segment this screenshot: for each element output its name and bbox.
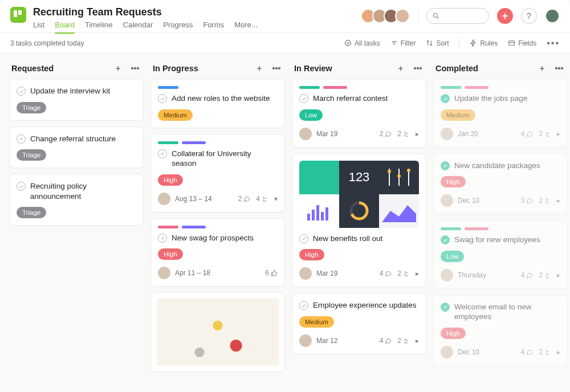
fields-label: Fields (518, 39, 536, 47)
task-card[interactable]: Update the interview kit Triage (9, 79, 144, 121)
svg-point-2 (345, 40, 351, 46)
global-add-button[interactable]: + (497, 8, 513, 24)
complete-toggle[interactable] (441, 161, 450, 170)
board: Requested + ••• Update the interview kit… (0, 54, 570, 392)
column-in-progress: In Progress + ••• Add new roles to the w… (150, 62, 285, 384)
tab-progress[interactable]: Progress (163, 21, 193, 34)
due-date: Mar 19 (316, 130, 337, 138)
custom-field-pill (465, 227, 488, 230)
custom-field-pill (158, 141, 178, 144)
members-avatar-stack[interactable] (364, 9, 410, 23)
fields-icon (508, 39, 515, 47)
column-more-button[interactable]: ••• (270, 64, 283, 73)
task-title: New candidate packages (454, 161, 540, 171)
task-card[interactable]: Swag for new employees Low Thursday 4 2 … (433, 220, 568, 289)
due-date: Mar 12 (316, 337, 337, 345)
column-more-button[interactable]: ••• (412, 64, 424, 73)
project-tabs: List Board Timeline Calendar Progress Fo… (33, 21, 258, 34)
assignee-avatar (158, 267, 170, 279)
add-task-button[interactable]: + (536, 64, 548, 73)
task-card[interactable]: Employee experience updates Medium Mar 1… (292, 293, 426, 354)
custom-field-pill (182, 141, 206, 144)
task-card[interactable] (150, 292, 285, 372)
arrow-right-icon: ▸ (416, 270, 419, 277)
task-card[interactable]: New swag for prospects High Apr 11 – 18 … (150, 218, 285, 287)
task-card[interactable]: Add new roles to the website Medium (150, 79, 285, 128)
column-title: In Review (294, 64, 332, 73)
all-tasks-button[interactable]: All tasks (344, 39, 380, 47)
column-title: In Progress (153, 64, 198, 73)
current-user-avatar[interactable] (545, 9, 560, 23)
rules-button[interactable]: Rules (470, 39, 498, 47)
column-header: In Progress + ••• (150, 62, 285, 79)
priority-tag: Triage (17, 207, 46, 218)
complete-toggle[interactable] (158, 234, 167, 243)
complete-toggle[interactable] (17, 87, 26, 96)
task-card[interactable]: Change referral structure Triage (9, 126, 144, 169)
assignee-avatar (441, 194, 453, 207)
task-card[interactable]: Collateral for University season High Au… (150, 134, 285, 213)
tab-more[interactable]: More... (234, 21, 257, 34)
task-card[interactable]: Welcome email to new employees High Dec … (433, 295, 568, 366)
priority-tag: Medium (299, 316, 334, 328)
sort-icon (426, 39, 433, 47)
filter-label: Filter (401, 39, 416, 47)
tab-forms[interactable]: Forms (203, 21, 224, 34)
subtask-count: 2 (397, 337, 410, 345)
complete-toggle[interactable] (299, 234, 308, 243)
arrow-right-icon: ▸ (416, 337, 419, 345)
tab-list[interactable]: List (33, 21, 44, 34)
tab-board[interactable]: Board (55, 21, 75, 34)
sort-button[interactable]: Sort (426, 39, 449, 47)
task-card[interactable]: Recruiting policy announcement Triage (9, 174, 144, 226)
task-title: Employee experience updates (313, 300, 417, 311)
fields-button[interactable]: Fields (508, 39, 536, 47)
priority-tag: High (441, 328, 466, 339)
project-title-block: Recruiting Team Requests List Board Time… (33, 6, 258, 34)
priority-tag: Triage (17, 149, 46, 161)
comment-count: 3 (521, 197, 534, 205)
help-button[interactable]: ? (521, 8, 537, 24)
add-task-button[interactable]: + (253, 64, 266, 73)
project-logo (10, 7, 26, 23)
filter-button[interactable]: Filter (390, 39, 416, 47)
complete-toggle[interactable] (17, 182, 26, 191)
complete-toggle[interactable] (441, 303, 450, 312)
add-task-button[interactable]: + (112, 64, 124, 73)
add-task-button[interactable]: + (394, 64, 407, 73)
complete-toggle[interactable] (17, 134, 26, 144)
svg-point-13 (407, 169, 410, 172)
cover-image: 123 (299, 161, 419, 228)
more-button[interactable]: ••• (547, 38, 560, 48)
search-input[interactable] (426, 8, 489, 24)
subtask-count: 2 (397, 130, 410, 138)
tab-calendar[interactable]: Calendar (123, 21, 153, 34)
task-card[interactable]: Update the jobs page Medium Jan 20 4 2 ▸ (433, 79, 568, 148)
custom-field-pill (465, 86, 488, 89)
task-title: Recruiting policy announcement (30, 181, 136, 201)
comment-count: 4 (380, 337, 392, 345)
complete-toggle[interactable] (158, 94, 167, 103)
task-card[interactable]: March referral contest Low Mar 19 2 2 ▸ (292, 79, 426, 148)
task-card[interactable]: New candidate packages High Dec 10 3 2 ▸ (433, 153, 568, 215)
complete-toggle[interactable] (299, 301, 308, 310)
arrow-right-icon: ▸ (557, 271, 560, 279)
complete-toggle[interactable] (441, 235, 450, 244)
task-title: March referral contest (313, 93, 388, 104)
column-header: In Review + ••• (292, 62, 426, 79)
column-header: Completed + ••• (433, 62, 568, 79)
arrow-right-icon: ▸ (557, 197, 560, 205)
divider (418, 9, 418, 23)
task-card[interactable]: 123 New benefits roll out High Mar 19 4 (292, 153, 426, 288)
task-title: Swag for new employees (454, 235, 540, 245)
priority-tag: High (299, 249, 324, 260)
column-more-button[interactable]: ••• (553, 64, 565, 73)
complete-toggle[interactable] (441, 94, 450, 103)
tab-timeline[interactable]: Timeline (85, 21, 113, 34)
complete-toggle[interactable] (158, 149, 167, 158)
column-more-button[interactable]: ••• (129, 64, 141, 73)
task-title: Welcome email to new employees (454, 302, 560, 322)
complete-toggle[interactable] (299, 94, 308, 103)
comment-count: 4 (521, 130, 534, 138)
subtask-count: 2 (397, 270, 410, 277)
